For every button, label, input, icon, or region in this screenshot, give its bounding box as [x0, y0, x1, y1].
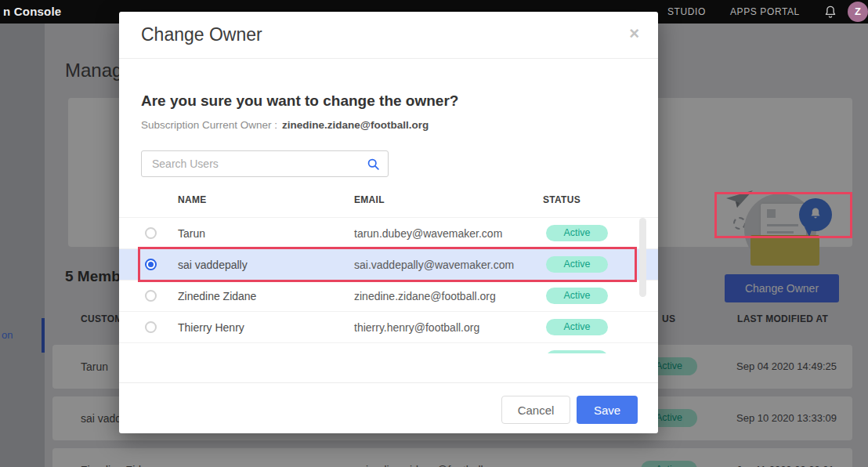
confirmation-question: Are you sure you want to change the owne… [141, 92, 458, 110]
nav-studio[interactable]: STUDIO [667, 0, 706, 24]
user-list: Tarun tarun.dubey@wavemaker.com Active s… [119, 217, 658, 353]
col-email: EMAIL [354, 194, 385, 205]
user-name: Zinedine Zidane [178, 281, 256, 312]
user-email: thierry.henry@football.org [354, 312, 479, 343]
col-status: STATUS [543, 194, 580, 205]
user-row-thierry-henry[interactable]: Thierry Henry thierry.henry@football.org… [119, 311, 658, 342]
radio-unselected[interactable] [145, 321, 157, 333]
change-owner-modal: Change Owner × Are you sure you want to … [119, 12, 658, 433]
user-email: zinedine.zidane@football.org [354, 281, 496, 312]
search-icon[interactable] [367, 157, 380, 171]
status-badge: Active [546, 288, 608, 304]
user-row-zinedine-zidane[interactable]: Zinedine Zidane zinedine.zidane@football… [119, 280, 658, 311]
modal-header: Change Owner × [119, 12, 658, 59]
screen: n Console STUDIO APPS PORTAL Z on Manag [0, 0, 868, 467]
current-owner-line: Subscription Current Owner :zinedine.zid… [141, 119, 429, 131]
notifications-bell-icon[interactable] [823, 4, 838, 20]
radio-selected[interactable] [145, 259, 157, 270]
modal-title: Change Owner [141, 24, 262, 45]
nav-apps-portal[interactable]: APPS PORTAL [730, 0, 800, 24]
search-input[interactable] [142, 151, 388, 176]
user-row-sai-vaddepally[interactable]: sai vaddepally sai.vaddepally@wavemaker.… [119, 248, 658, 280]
user-row-partial[interactable] [119, 342, 658, 353]
user-avatar[interactable]: Z [848, 2, 868, 22]
close-icon[interactable]: × [629, 25, 639, 42]
user-email: sai.vaddepally@wavemaker.com [354, 249, 514, 281]
user-row-tarun[interactable]: Tarun tarun.dubey@wavemaker.com Active [119, 217, 658, 248]
status-badge: Active [546, 256, 608, 273]
radio-unselected[interactable] [145, 290, 157, 302]
status-badge [546, 350, 608, 353]
scrollbar-thumb[interactable] [639, 218, 646, 297]
user-name: sai vaddepally [178, 249, 248, 281]
user-name: Tarun [178, 218, 205, 249]
user-table-header: NAME EMAIL STATUS [119, 194, 658, 218]
cancel-button[interactable]: Cancel [501, 396, 570, 424]
current-owner-email: zinedine.zidane@football.org [282, 119, 429, 131]
col-name: NAME [178, 194, 207, 205]
radio-unselected[interactable] [145, 227, 157, 239]
status-badge: Active [546, 225, 608, 241]
search-box [141, 150, 389, 177]
save-button[interactable]: Save [577, 396, 638, 424]
user-email: tarun.dubey@wavemaker.com [354, 218, 502, 249]
status-badge: Active [546, 319, 608, 335]
app-brand: n Console [3, 0, 61, 24]
user-name: Thierry Henry [178, 312, 244, 343]
footer-divider [119, 382, 658, 383]
current-owner-label: Subscription Current Owner : [141, 119, 277, 131]
